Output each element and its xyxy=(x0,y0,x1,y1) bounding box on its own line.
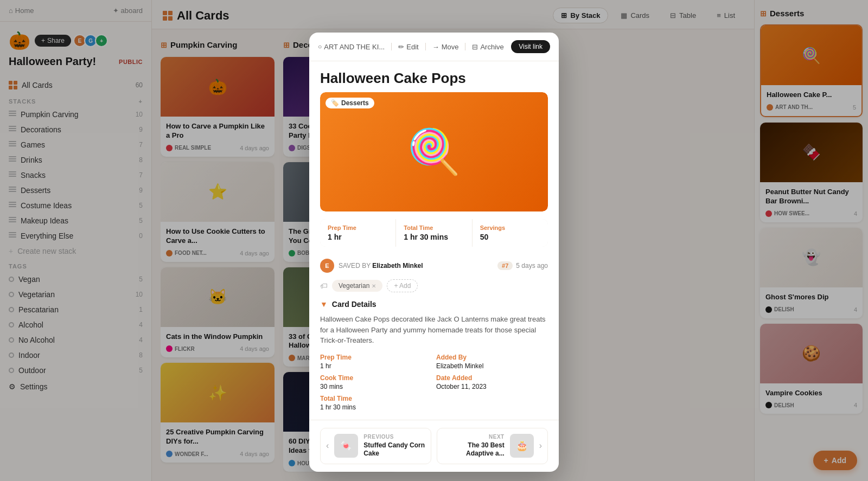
saved-by-left: E SAVED BY Elizabeth Minkel xyxy=(320,259,423,273)
archive-icon: ⊟ xyxy=(472,43,478,51)
modal-stats: Prep Time 1 hr Total Time 1 hr 30 mins S… xyxy=(320,219,548,247)
chevron-down-icon: ▼ xyxy=(320,300,328,309)
stat-total-time: Total Time 1 hr 30 mins xyxy=(396,219,471,247)
archive-button[interactable]: ⊟ Archive xyxy=(472,43,503,51)
section-toggle[interactable]: ▼ Card Details xyxy=(320,300,548,309)
detail-added-by: Added By Elizabeth Minkel xyxy=(436,354,548,370)
modal-topbar: ○ ART AND THE KI... ✏ Edit → Move ⊟ Arch… xyxy=(309,33,559,61)
modal-navigation: ‹ 🍬 PREVIOUS Stuffed Candy Corn Cake › 🎂… xyxy=(309,420,559,472)
saved-time: 5 days ago xyxy=(516,262,548,270)
add-tag-button[interactable]: + Add xyxy=(387,279,418,292)
move-icon: → xyxy=(432,43,439,51)
stat-servings: Servings 50 xyxy=(473,219,548,247)
modal-tags-row: 🏷 Vegetarian ✕ + Add xyxy=(309,279,559,300)
prev-card-button[interactable]: ‹ 🍬 PREVIOUS Stuffed Candy Corn Cake xyxy=(320,428,431,464)
prev-card-info: PREVIOUS Stuffed Candy Corn Cake xyxy=(363,434,425,458)
tag-label-icon: 🏷 xyxy=(320,281,328,290)
saved-number: #7 xyxy=(497,261,513,270)
edit-icon: ✏ xyxy=(398,43,404,51)
divider xyxy=(391,43,392,50)
card-description: Halloween Cake Pops decorated like Jack … xyxy=(320,314,548,346)
detail-cook-time: Cook Time 30 mins xyxy=(320,374,432,390)
modal-hero-image: 🍭 🏷️ Desserts xyxy=(320,92,548,211)
saved-right: #7 5 days ago xyxy=(497,261,548,270)
next-card-info: NEXT The 30 Best Adaptive a... xyxy=(443,434,505,458)
detail-date-added: Date Added October 11, 2023 xyxy=(436,374,548,390)
next-card-button[interactable]: › 🎂 NEXT The 30 Best Adaptive a... xyxy=(437,428,548,464)
divider xyxy=(425,43,426,50)
stat-prep-time: Prep Time 1 hr xyxy=(320,219,395,247)
chevron-left-icon: ‹ xyxy=(326,441,329,451)
modal-tag-badge[interactable]: 🏷️ Desserts xyxy=(326,98,374,108)
modal-overlay[interactable]: ○ ART AND THE KI... ✏ Edit → Move ⊟ Arch… xyxy=(0,0,868,481)
saved-name: Elizabeth Minkel xyxy=(372,262,423,270)
divider xyxy=(465,43,465,50)
modal-source[interactable]: ○ ART AND THE KI... xyxy=(318,43,385,51)
remove-tag-icon[interactable]: ✕ xyxy=(372,283,376,289)
next-card-thumb: 🎂 xyxy=(510,434,534,458)
source-icon: ○ xyxy=(318,43,322,50)
detail-total-time: Total Time 1 hr 30 mins xyxy=(320,395,432,411)
modal-card-details-section: ▼ Card Details Halloween Cake Pops decor… xyxy=(309,300,559,420)
tag-chip-vegetarian[interactable]: Vegetarian ✕ xyxy=(332,280,382,292)
saved-avatar: E xyxy=(320,259,334,273)
chevron-right-icon: › xyxy=(539,441,542,451)
detail-prep-time: Prep Time 1 hr xyxy=(320,354,432,370)
prev-card-thumb: 🍬 xyxy=(334,434,358,458)
visit-link-button[interactable]: Visit link xyxy=(511,40,550,53)
hero-image-placeholder: 🍭 xyxy=(320,92,548,211)
details-grid: Prep Time 1 hr Added By Elizabeth Minkel… xyxy=(320,354,548,411)
move-button[interactable]: → Move xyxy=(432,43,459,51)
card-detail-modal: ○ ART AND THE KI... ✏ Edit → Move ⊟ Arch… xyxy=(309,33,559,472)
tag-icon: 🏷️ xyxy=(331,99,339,107)
modal-saved-by: E SAVED BY Elizabeth Minkel #7 5 days ag… xyxy=(309,254,559,279)
modal-card-title: Halloween Cake Pops xyxy=(309,61,559,92)
edit-button[interactable]: ✏ Edit xyxy=(398,43,418,51)
